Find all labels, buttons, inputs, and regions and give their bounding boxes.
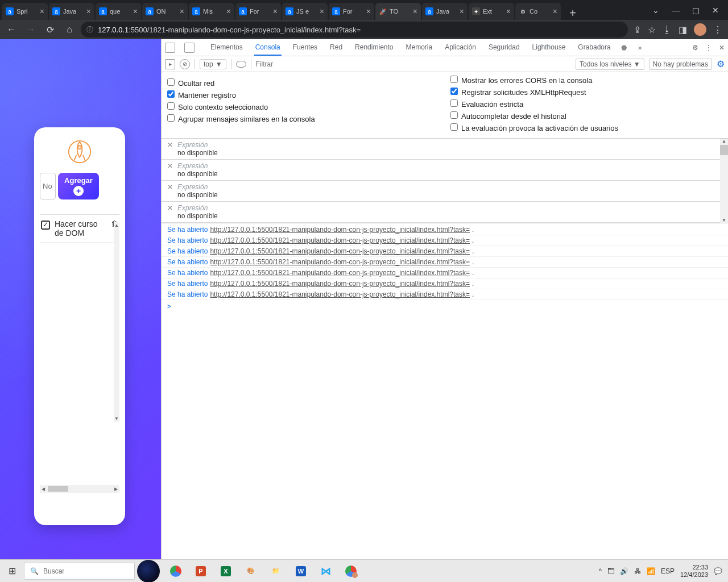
tab-close-icon[interactable]: × bbox=[460, 7, 464, 15]
start-button[interactable]: ⊞ bbox=[0, 560, 24, 582]
browser-tab[interactable]: aJS e× bbox=[282, 3, 328, 20]
inspect-element-icon[interactable] bbox=[165, 43, 175, 53]
browser-tab[interactable]: ✦Ext× bbox=[469, 3, 514, 20]
console-prompt[interactable]: > bbox=[162, 300, 728, 313]
devtools-tab[interactable]: Red bbox=[329, 40, 344, 56]
task-input[interactable] bbox=[40, 173, 56, 199]
app-explorer[interactable]: 📁 bbox=[264, 560, 287, 583]
browser-tab[interactable]: 🚀TO× bbox=[375, 3, 421, 20]
app-vscode[interactable]: ⋈ bbox=[315, 560, 337, 583]
scroll-up-icon[interactable]: ▲ bbox=[114, 222, 119, 228]
console-filter-input[interactable] bbox=[251, 59, 571, 69]
console-setting-check[interactable]: Mantener registro bbox=[167, 90, 439, 99]
remove-expression-icon[interactable]: ✕ bbox=[167, 141, 173, 149]
devtools-tab[interactable]: Lighthouse bbox=[531, 40, 567, 56]
devtools-tab[interactable]: Aplicación bbox=[444, 40, 477, 56]
devtools-close-icon[interactable]: ✕ bbox=[719, 44, 725, 52]
tab-close-icon[interactable]: × bbox=[273, 7, 278, 15]
new-tab-button[interactable]: + bbox=[565, 7, 580, 20]
network-icon[interactable]: 🖧 bbox=[634, 567, 641, 575]
log-url-link[interactable]: http://127.0.0.1:5500/1821-manipulando-d… bbox=[210, 226, 470, 234]
browser-tab[interactable]: aJava× bbox=[49, 3, 94, 20]
devtools-tab[interactable]: Consola bbox=[254, 40, 282, 56]
scroll-down-icon[interactable]: ▼ bbox=[114, 415, 119, 422]
checkbox[interactable] bbox=[167, 78, 175, 86]
app-powerpoint[interactable]: P bbox=[189, 560, 212, 583]
profile-avatar[interactable] bbox=[694, 23, 706, 36]
scroll-up-icon[interactable]: ▲ bbox=[720, 139, 728, 144]
console-setting-check[interactable]: Autocompletar desde el historial bbox=[450, 111, 722, 120]
taskbar-search[interactable]: 🔍 Buscar bbox=[24, 563, 135, 580]
checkbox[interactable] bbox=[167, 90, 175, 98]
devtools-tab[interactable]: Elementos bbox=[209, 40, 244, 56]
app-word[interactable]: W bbox=[289, 560, 312, 583]
context-selector[interactable]: top▼ bbox=[200, 59, 226, 69]
scroll-left-icon[interactable]: ◀ bbox=[40, 487, 47, 492]
scroll-right-icon[interactable]: ▶ bbox=[113, 487, 119, 492]
browser-tab[interactable]: aque× bbox=[96, 3, 141, 20]
console-setting-check[interactable]: Mostrar los errores CORS en la consola bbox=[450, 76, 722, 85]
site-info-icon[interactable]: ⓘ bbox=[85, 25, 94, 35]
remove-expression-icon[interactable]: ✕ bbox=[167, 183, 173, 191]
browser-tab[interactable]: aMis× bbox=[189, 3, 234, 20]
app-chrome[interactable] bbox=[164, 560, 187, 583]
tab-close-icon[interactable]: × bbox=[226, 7, 231, 15]
tab-close-icon[interactable]: × bbox=[86, 7, 91, 15]
tab-close-icon[interactable]: × bbox=[413, 7, 417, 15]
minimize-button[interactable]: ― bbox=[672, 6, 680, 15]
scroll-thumb[interactable] bbox=[720, 145, 728, 155]
checkbox[interactable] bbox=[450, 123, 458, 131]
app-paint[interactable]: 🎨 bbox=[239, 560, 262, 583]
cortana-icon[interactable] bbox=[137, 560, 160, 583]
console-setting-check[interactable]: La evaluación provoca la activación de u… bbox=[450, 123, 722, 132]
browser-tab[interactable]: aSpri× bbox=[2, 3, 48, 20]
browser-tab[interactable]: aON× bbox=[142, 3, 188, 20]
tab-close-icon[interactable]: × bbox=[366, 7, 371, 15]
home-button[interactable]: ⌂ bbox=[61, 22, 77, 38]
close-window-button[interactable]: ✕ bbox=[712, 6, 719, 15]
battery-icon[interactable]: 🗔 bbox=[607, 567, 614, 575]
checkbox[interactable] bbox=[450, 111, 458, 119]
live-expression-eye-icon[interactable] bbox=[236, 61, 246, 68]
checkbox[interactable] bbox=[450, 99, 458, 107]
devtools-tab[interactable]: Fuentes bbox=[292, 40, 318, 56]
card-horizontal-scrollbar[interactable]: ◀ ▶ bbox=[40, 485, 119, 493]
task-checkbox[interactable] bbox=[41, 221, 50, 230]
wifi-icon[interactable]: 📶 bbox=[647, 567, 655, 575]
console-setting-check[interactable]: Ocultar red bbox=[167, 78, 439, 88]
notifications-icon[interactable]: 💬 bbox=[714, 567, 722, 575]
browser-tab[interactable]: aJava× bbox=[422, 3, 468, 20]
remove-expression-icon[interactable]: ✕ bbox=[167, 162, 173, 170]
console-settings-gear-icon[interactable]: ⚙ bbox=[717, 59, 725, 69]
devtools-tab[interactable]: Seguridad bbox=[487, 40, 521, 56]
console-setting-check[interactable]: Agrupar mensajes similares en la consola bbox=[167, 114, 439, 123]
scroll-down-icon[interactable]: ▼ bbox=[720, 218, 728, 223]
devtools-tab[interactable]: Memoria bbox=[404, 40, 433, 56]
tab-close-icon[interactable]: × bbox=[40, 7, 44, 15]
browser-tab[interactable]: aFor× bbox=[329, 3, 374, 20]
side-panel-icon[interactable]: ◨ bbox=[679, 24, 687, 35]
kebab-menu-icon[interactable]: ⋮ bbox=[713, 24, 722, 35]
log-url-link[interactable]: http://127.0.0.1:5500/1821-manipulando-d… bbox=[210, 280, 470, 288]
remove-expression-icon[interactable]: ✕ bbox=[167, 204, 173, 212]
log-levels-selector[interactable]: Todos los niveles ▼ bbox=[576, 59, 644, 70]
tab-close-icon[interactable]: × bbox=[133, 7, 138, 15]
checkbox[interactable] bbox=[450, 88, 458, 95]
tray-chevron-up-icon[interactable]: ^ bbox=[598, 567, 602, 575]
device-toolbar-icon[interactable] bbox=[184, 43, 195, 53]
expressions-scrollbar[interactable]: ▲ ▼ bbox=[720, 139, 728, 223]
devtools-tab[interactable]: Grabadora bbox=[577, 40, 611, 56]
app-chrome-2[interactable] bbox=[340, 560, 362, 583]
console-setting-check[interactable]: Evaluación estricta bbox=[450, 99, 722, 109]
devtools-kebab-icon[interactable]: ⋮ bbox=[705, 44, 712, 52]
console-setting-check[interactable]: Registrar solicitudes XMLHttpRequest bbox=[450, 88, 722, 97]
log-url-link[interactable]: http://127.0.0.1:5500/1821-manipulando-d… bbox=[210, 269, 470, 277]
tab-menu-chevron-down-icon[interactable]: ⌄ bbox=[652, 6, 659, 15]
console-sidebar-toggle-icon[interactable]: ▸ bbox=[165, 59, 175, 69]
log-url-link[interactable]: http://127.0.0.1:5500/1821-manipulando-d… bbox=[210, 236, 470, 244]
devtools-tab[interactable]: Rendimiento bbox=[354, 40, 394, 56]
log-url-link[interactable]: http://127.0.0.1:5500/1821-manipulando-d… bbox=[210, 247, 470, 255]
card-vertical-scrollbar[interactable]: ▲ ▼ bbox=[114, 222, 119, 422]
log-url-link[interactable]: http://127.0.0.1:5500/1821-manipulando-d… bbox=[210, 258, 470, 266]
share-icon[interactable]: ⇪ bbox=[634, 24, 641, 35]
